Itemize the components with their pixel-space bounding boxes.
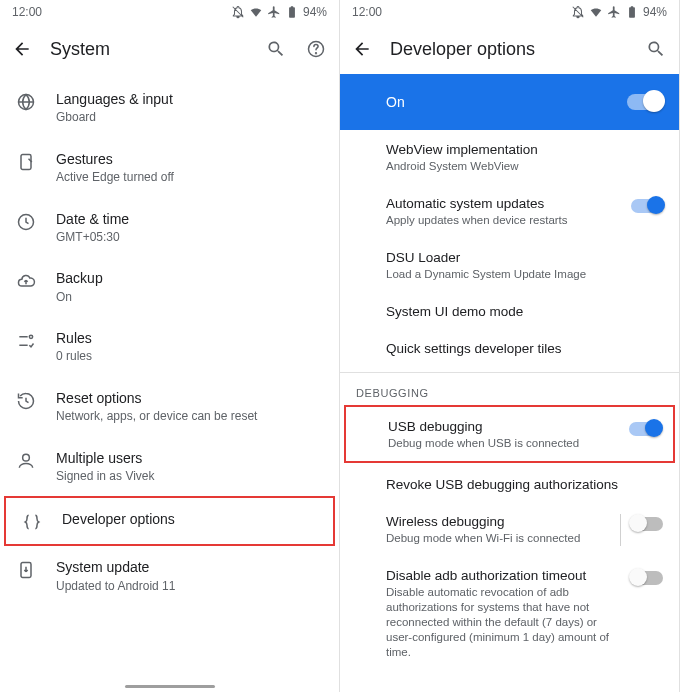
settings-list: Languages & inputGboardGesturesActive Ed… (0, 74, 339, 606)
row-subtitle: Android System WebView (386, 159, 655, 174)
row-label: Multiple users (56, 449, 323, 467)
airplane-icon (607, 5, 621, 19)
master-toggle-switch[interactable] (627, 94, 661, 110)
wifi-icon (589, 5, 603, 19)
settings-row-rules[interactable]: Rules0 rules (0, 317, 339, 377)
row-label: System update (56, 558, 323, 576)
row-subtitle: Apply updates when device restarts (386, 213, 623, 228)
developer-options-screen: 12:00 94% Developer options On WebView i… (340, 0, 680, 692)
row-label: Developer options (62, 510, 317, 528)
dev-row[interactable]: USB debuggingDebug mode when USB is conn… (344, 405, 675, 463)
svg-point-5 (29, 335, 32, 338)
toggle-switch[interactable] (631, 571, 663, 585)
clock-icon (16, 210, 56, 232)
dev-row[interactable]: DSU LoaderLoad a Dynamic System Update I… (340, 238, 679, 292)
settings-row-reset[interactable]: Reset optionsNetwork, apps, or device ca… (0, 377, 339, 437)
row-subtitle: GMT+05:30 (56, 230, 323, 246)
dev-row[interactable]: Automatic system updatesApply updates wh… (340, 184, 679, 238)
dev-row[interactable]: Revoke USB debugging authorizations (340, 465, 679, 502)
row-label: Revoke USB debugging authorizations (386, 477, 655, 492)
row-label: Rules (56, 329, 323, 347)
cloud-icon (16, 269, 56, 291)
row-subtitle: Active Edge turned off (56, 170, 323, 186)
dnd-icon (231, 5, 245, 19)
system-settings-screen: 12:00 94% System Languages & inputGboard… (0, 0, 340, 692)
row-subtitle: Debug mode when USB is connected (388, 436, 621, 451)
row-label: USB debugging (388, 419, 621, 434)
row-label: Date & time (56, 210, 323, 228)
row-label: Automatic system updates (386, 196, 623, 211)
users-icon (16, 449, 56, 471)
page-title: System (50, 39, 247, 60)
row-subtitle: Debug mode when Wi-Fi is connected (386, 531, 606, 546)
settings-row-braces[interactable]: Developer options (4, 496, 335, 546)
clock: 12:00 (352, 5, 382, 19)
dev-row[interactable]: Disable adb authorization timeoutDisable… (340, 556, 679, 670)
help-button[interactable] (305, 38, 327, 60)
svg-point-6 (23, 454, 30, 461)
search-button[interactable] (265, 38, 287, 60)
debugging-list: USB debuggingDebug mode when USB is conn… (340, 405, 679, 670)
toggle-switch[interactable] (631, 517, 663, 531)
svg-rect-3 (21, 154, 31, 169)
svg-point-1 (316, 53, 317, 54)
row-label: Backup (56, 269, 323, 287)
master-toggle-label: On (386, 94, 627, 110)
settings-row-globe[interactable]: Languages & inputGboard (0, 78, 339, 138)
row-subtitle: 0 rules (56, 349, 323, 365)
dev-options-list: WebView implementationAndroid System Web… (340, 130, 679, 366)
dnd-icon (571, 5, 585, 19)
header: System (0, 24, 339, 74)
status-icons: 94% (571, 5, 667, 19)
battery-icon (285, 5, 299, 19)
reset-icon (16, 389, 56, 411)
settings-row-gesture[interactable]: GesturesActive Edge turned off (0, 138, 339, 198)
settings-row-update[interactable]: System updateUpdated to Android 11 (0, 546, 339, 606)
status-bar: 12:00 94% (0, 0, 339, 24)
status-bar: 12:00 94% (340, 0, 679, 24)
row-label: System UI demo mode (386, 304, 655, 319)
back-button[interactable] (12, 39, 32, 59)
row-label: Disable adb authorization timeout (386, 568, 623, 583)
back-button[interactable] (352, 39, 372, 59)
row-subtitle: Network, apps, or device can be reset (56, 409, 323, 425)
settings-row-clock[interactable]: Date & timeGMT+05:30 (0, 198, 339, 258)
battery-percent: 94% (643, 5, 667, 19)
wifi-icon (249, 5, 263, 19)
row-label: WebView implementation (386, 142, 655, 157)
row-label: Gestures (56, 150, 323, 168)
update-icon (16, 558, 56, 580)
row-label: Languages & input (56, 90, 323, 108)
gesture-icon (16, 150, 56, 172)
toggle-switch[interactable] (629, 422, 661, 436)
row-subtitle: Load a Dynamic System Update Image (386, 267, 655, 282)
battery-percent: 94% (303, 5, 327, 19)
settings-row-users[interactable]: Multiple usersSigned in as Vivek (0, 437, 339, 497)
dev-row[interactable]: Wireless debuggingDebug mode when Wi-Fi … (340, 502, 679, 556)
row-subtitle: Gboard (56, 110, 323, 126)
dev-row[interactable]: WebView implementationAndroid System Web… (340, 130, 679, 184)
toggle-switch[interactable] (631, 199, 663, 213)
dev-row[interactable]: System UI demo mode (340, 292, 679, 329)
row-label: Quick settings developer tiles (386, 341, 655, 356)
row-label: DSU Loader (386, 250, 655, 265)
page-title: Developer options (390, 39, 627, 60)
airplane-icon (267, 5, 281, 19)
header: Developer options (340, 24, 679, 74)
settings-row-cloud[interactable]: BackupOn (0, 257, 339, 317)
master-toggle-row[interactable]: On (340, 74, 679, 130)
row-subtitle: Updated to Android 11 (56, 579, 323, 595)
globe-icon (16, 90, 56, 112)
separator (620, 514, 621, 546)
rules-icon (16, 329, 56, 351)
dev-row[interactable]: Quick settings developer tiles (340, 329, 679, 366)
debugging-section-label: DEBUGGING (340, 372, 679, 403)
search-button[interactable] (645, 38, 667, 60)
braces-icon (22, 510, 62, 532)
status-icons: 94% (231, 5, 327, 19)
row-subtitle: Disable automatic revocation of adb auth… (386, 585, 623, 660)
row-subtitle: Signed in as Vivek (56, 469, 323, 485)
nav-bar-indicator (125, 685, 215, 688)
battery-icon (625, 5, 639, 19)
clock: 12:00 (12, 5, 42, 19)
